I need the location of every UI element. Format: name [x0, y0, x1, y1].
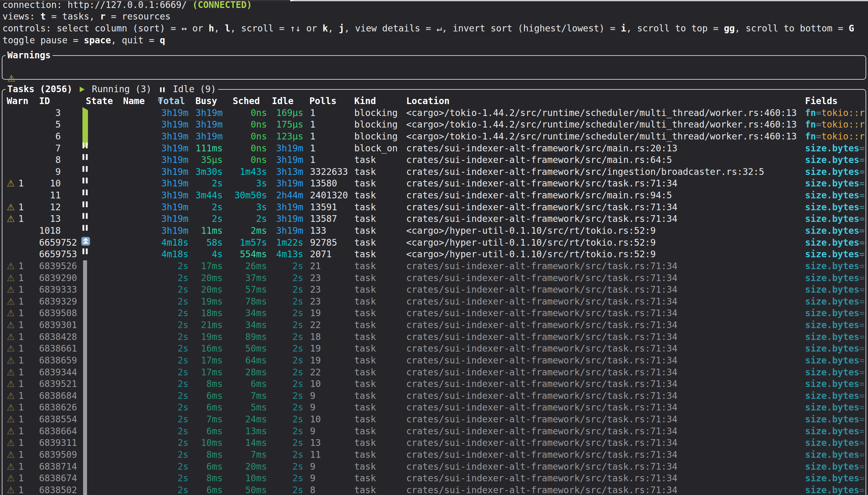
state-idle-icon — [82, 201, 88, 213]
task-row[interactable]: 66597524m18s58s1m57s1m22s92785task<cargo… — [0, 237, 868, 249]
task-row[interactable]: 53h19m3h19m0ns175µs1blocking<cargo>/toki… — [0, 119, 868, 131]
task-location: crates/sui-indexer-alt-framework/src/mai… — [406, 154, 672, 166]
task-row[interactable]: ⚠168393292s19ms78ms2s23taskcrates/sui-in… — [0, 296, 868, 308]
task-fields: size.bytes= — [805, 343, 865, 355]
task-kind: task — [354, 307, 376, 319]
total-duration: 2s — [158, 343, 188, 355]
task-row[interactable]: 73h19m111ms0ns3h19m1block_oncrates/sui-i… — [0, 142, 868, 154]
task-fields: size.bytes= — [805, 189, 865, 201]
task-kind: task — [354, 355, 376, 366]
idle-duration: 3h19m — [265, 177, 303, 189]
task-row[interactable]: ⚠168395092s8ms7ms2s11taskcrates/sui-inde… — [0, 449, 868, 461]
polls-count: 2401320 — [310, 189, 348, 201]
warn-count: 1 — [18, 484, 24, 495]
task-fields: size.bytes= — [805, 213, 865, 225]
task-row[interactable]: ⚠168387142s6ms20ms2s9taskcrates/sui-inde… — [0, 461, 868, 473]
polls-count: 22 — [310, 319, 321, 331]
task-row[interactable]: ⚠168395082s18ms34ms2s19taskcrates/sui-in… — [0, 307, 868, 319]
task-row[interactable]: ⚠168384282s19ms89ms2s18taskcrates/sui-in… — [0, 331, 868, 343]
task-location: crates/sui-indexer-alt-framework/src/tas… — [406, 437, 678, 449]
task-row[interactable]: 83h19m35µs0ns3h19m1taskcrates/sui-indexe… — [0, 154, 868, 166]
task-id: 5 — [39, 119, 61, 131]
task-kind: task — [354, 189, 376, 201]
column-header-busy[interactable]: Busy — [196, 95, 217, 107]
task-row[interactable]: ⚠168393442s17ms28ms2s22taskcrates/sui-in… — [0, 366, 868, 378]
task-kind: task — [354, 484, 376, 495]
task-kind: task — [354, 284, 376, 296]
top-strip-notch — [290, 0, 293, 1]
task-row[interactable]: 33h19m3h19m0ns169µs1blocking<cargo>/toki… — [0, 107, 868, 119]
task-row[interactable]: ⚠168393332s20ms57ms2s23taskcrates/sui-in… — [0, 284, 868, 296]
task-location: crates/sui-indexer-alt-framework/src/tas… — [406, 425, 678, 437]
task-id: 6838684 — [39, 390, 77, 402]
column-header-kind[interactable]: Kind — [354, 95, 376, 107]
task-location: <cargo>/tokio-1.44.2/src/runtime/schedul… — [406, 119, 797, 131]
task-row[interactable]: 66597534m18s4s554ms4m13s2071task<cargo>/… — [0, 249, 868, 260]
total-duration: 2s — [158, 284, 188, 296]
task-row[interactable]: ⚠168392902s20ms37ms2s23taskcrates/sui-in… — [0, 272, 868, 284]
task-row[interactable]: 63h19m3h19m0ns123µs1blocking<cargo>/toki… — [0, 131, 868, 142]
column-header-state[interactable]: State — [86, 95, 113, 107]
task-row[interactable]: ⚠168395212s8ms6ms2s10taskcrates/sui-inde… — [0, 378, 868, 390]
sched-duration: 14ms — [226, 437, 267, 449]
key-hint: i — [621, 23, 627, 34]
warning-icon: ⚠ — [7, 177, 15, 189]
state-done-icon — [83, 425, 87, 437]
task-row[interactable]: ⚠168386262s6ms5ms2s9taskcrates/sui-index… — [0, 402, 868, 413]
warning-icon: ⚠ — [7, 413, 15, 425]
state-done-icon — [83, 484, 87, 495]
task-location: crates/sui-indexer-alt-framework/src/tas… — [406, 307, 678, 319]
task-row[interactable]: ⚠1123h19m2s3s3h19m13591taskcrates/sui-in… — [0, 201, 868, 213]
task-row[interactable]: ⚠168386592s17ms64ms2s19taskcrates/sui-in… — [0, 355, 868, 366]
column-header-warn[interactable]: Warn — [7, 95, 29, 107]
task-id: 6659752 — [39, 237, 77, 249]
column-header-id[interactable]: ID — [39, 95, 50, 107]
column-header-polls[interactable]: Polls — [310, 95, 337, 107]
task-row[interactable]: ⚠168386842s6ms7ms2s9taskcrates/sui-index… — [0, 390, 868, 402]
task-row[interactable]: ⚠168395262s17ms26ms2s21taskcrates/sui-in… — [0, 260, 868, 272]
task-row[interactable]: ⚠1133h19m2s2s3h19m13587taskcrates/sui-in… — [0, 213, 868, 225]
idle-duration: 2s — [265, 437, 303, 449]
task-location: crates/sui-indexer-alt-framework/src/ing… — [406, 166, 764, 178]
sched-duration: 5ms — [226, 402, 267, 413]
task-location: <cargo>/tokio-1.44.2/src/runtime/schedul… — [406, 107, 797, 119]
total-duration: 3h19m — [158, 225, 188, 237]
task-id: 11 — [39, 189, 61, 201]
polls-count: 13591 — [310, 201, 337, 213]
help-segment: , scroll to top = — [627, 23, 724, 34]
polls-count: 9 — [310, 425, 316, 437]
task-row[interactable]: ⚠168385542s7ms24ms2s10taskcrates/sui-ind… — [0, 413, 868, 425]
busy-duration: 4s — [185, 249, 223, 260]
task-row[interactable]: ⚠1103h19m2s3s3h19m13580taskcrates/sui-in… — [0, 177, 868, 189]
column-header-location[interactable]: Location — [406, 95, 450, 107]
task-row[interactable]: ⚠168386742s8ms10ms2s9taskcrates/sui-inde… — [0, 473, 868, 484]
task-row[interactable]: ⚠168386642s6ms13ms2s9taskcrates/sui-inde… — [0, 425, 868, 437]
column-header-sched[interactable]: Sched — [233, 95, 260, 107]
state-idle-icon — [82, 249, 88, 260]
idle-duration: 2s — [265, 331, 303, 343]
task-location: crates/sui-indexer-alt-framework/src/tas… — [406, 402, 678, 413]
task-row[interactable]: ⚠168385022s6ms50ms2s8taskcrates/sui-inde… — [0, 484, 868, 495]
idle-duration: 3h19m — [265, 142, 303, 154]
sched-duration: 37ms — [226, 272, 267, 284]
total-duration: 2s — [158, 319, 188, 331]
column-header-idle[interactable]: Idle — [272, 95, 294, 107]
sched-duration: 10ms — [226, 473, 267, 484]
state-done-icon — [83, 449, 87, 461]
task-row[interactable]: 113h19m3m44s30m50s2h44m2401320taskcrates… — [0, 189, 868, 201]
task-row[interactable]: ⚠168393012s21ms34ms2s22taskcrates/sui-in… — [0, 319, 868, 331]
warning-icon: ⚠ — [7, 343, 15, 355]
total-duration: 2s — [158, 331, 188, 343]
task-row[interactable]: 93h19m3m30s1m43s3h13m3322633taskcrates/s… — [0, 166, 868, 178]
task-row[interactable]: ⚠168386612s16ms50ms2s19taskcrates/sui-in… — [0, 343, 868, 355]
state-done-icon — [83, 307, 87, 319]
task-id: 10 — [39, 177, 61, 189]
polls-count: 92785 — [310, 237, 337, 249]
task-row[interactable]: ⚠168393112s10ms14ms2s13taskcrates/sui-in… — [0, 437, 868, 449]
task-row[interactable]: 10183h19m11ms2ms3h19m133task<cargo>/hype… — [0, 225, 868, 237]
column-header-fields[interactable]: Fields — [805, 95, 838, 107]
task-fields: size.bytes= — [805, 473, 865, 484]
task-fields: size.bytes= — [805, 142, 865, 154]
column-header-name[interactable]: Name — [123, 95, 145, 107]
warn-count: 1 — [18, 272, 24, 284]
